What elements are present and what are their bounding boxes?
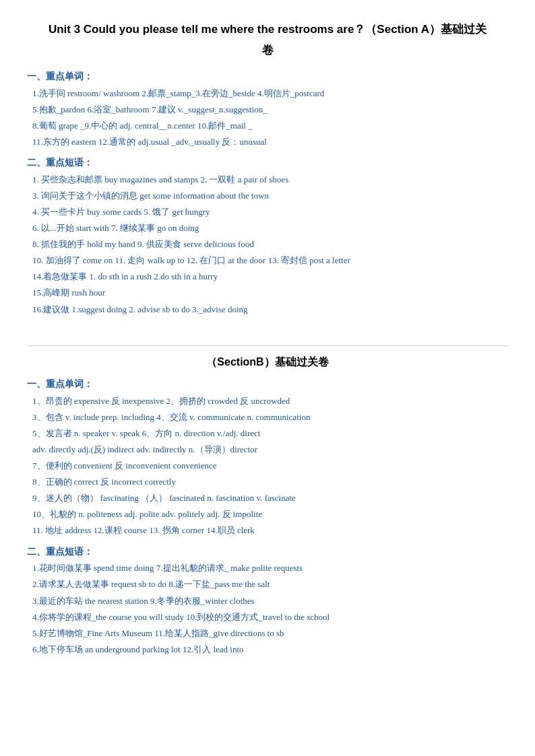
phrase-line-4: 6. 以...开始 start with 7. 继续某事 go on doing bbox=[32, 221, 508, 236]
vocab-line-3: 8.葡萄 grape _9.中心的 adj. central__n.center… bbox=[32, 118, 508, 133]
phrase-line-7: 14.着急做某事 1. do sth in a rush 2.do sth in… bbox=[32, 269, 508, 284]
b-phrase-line-1: 1.花时间做某事 spend time doing 7.提出礼貌的请求_ mak… bbox=[32, 561, 508, 576]
b-phrase-line-6: 6.地下停车场 an underground parking lot 12.引入… bbox=[32, 642, 508, 657]
section-b-part1-header: 一、重点单词： bbox=[27, 376, 508, 392]
section-b-part2-content: 1.花时间做某事 spend time doing 7.提出礼貌的请求_ mak… bbox=[27, 561, 508, 657]
b-phrase-line-3: 3.最近的车站 the nearest station 9.冬季的衣服_wint… bbox=[32, 594, 508, 609]
phrase-line-1: 1. 买些杂志和邮票 buy magazines and stamps 2. 一… bbox=[32, 172, 508, 187]
b-vocab-line-5: 7、便利的 convenient 反 inconvenient convenie… bbox=[32, 458, 508, 473]
phrase-line-5: 8. 抓住我的手 hold my hand 9. 供应美食 serve deli… bbox=[32, 237, 508, 252]
title-line2: 卷 bbox=[27, 41, 508, 61]
b-vocab-line-4: adv. directly adj.(反) indirect adv. indi… bbox=[32, 442, 508, 457]
divider bbox=[27, 345, 508, 346]
vocab-line-4: 11.东方的 eastern 12.通常的 adj.usual _adv._us… bbox=[32, 135, 508, 149]
b-vocab-line-3: 5、发言者 n. speaker v. speak 6、方向 n. direct… bbox=[32, 426, 508, 441]
phrase-line-8: 15.高峰期 rush hour bbox=[32, 285, 508, 300]
b-vocab-line-9: 11. 地址 address 12.课程 course 13. 拐角 corne… bbox=[32, 523, 508, 538]
b-vocab-line-2: 3、包含 v. include prep. including 4、交流 v. … bbox=[32, 410, 508, 425]
b-phrase-line-5: 5.好艺博物馆_Fine Arts Museum 11.给某人指路_give d… bbox=[32, 626, 508, 641]
section-a-part1-content: 1.洗手间 restroom/ washroom 2.邮票_stamp_3.在旁… bbox=[27, 86, 508, 149]
section-b-title: （SectionB）基础过关卷 bbox=[27, 353, 508, 371]
b-vocab-line-6: 8、正确的 correct 反 incorrect correctly bbox=[32, 475, 508, 489]
vocab-line-1: 1.洗手间 restroom/ washroom 2.邮票_stamp_3.在旁… bbox=[32, 86, 508, 101]
b-vocab-line-1: 1、昂贵的 expensive 反 inexpensive 2、拥挤的 crow… bbox=[32, 394, 508, 409]
phrase-line-3: 4. 买一些卡片 buy some cards 5. 饿了 get hungry bbox=[32, 205, 508, 219]
phrase-line-9: 16.建议做 1.suggest doing 2. advise sb to d… bbox=[32, 302, 508, 317]
phrase-line-2: 3. 询问关于这个小镇的消息 get some information abou… bbox=[32, 188, 508, 203]
title-line1: Unit 3 Could you please tell me where th… bbox=[27, 20, 508, 40]
section-a-part2-content: 1. 买些杂志和邮票 buy magazines and stamps 2. 一… bbox=[27, 172, 508, 317]
vocab-line-2: 5.抱歉_pardon 6.浴室_bathroom 7.建议 v._sugges… bbox=[32, 102, 508, 117]
b-phrase-line-4: 4.你将学的课程_the course you will study 10.到校… bbox=[32, 610, 508, 625]
section-b-part2-header: 二、重点短语： bbox=[27, 544, 508, 560]
section-a-part2-header: 二、重点短语： bbox=[27, 155, 508, 171]
b-vocab-line-7: 9、迷人的（物） fascinating （人） fascinated n. f… bbox=[32, 491, 508, 506]
section-a-part1-header: 一、重点单词： bbox=[27, 69, 508, 85]
b-phrase-line-2: 2.请求某人去做某事 request sb to do 8.递一下盐_pass … bbox=[32, 577, 508, 592]
b-vocab-line-8: 10、礼貌的 n. politeness adj. polite adv. po… bbox=[32, 507, 508, 522]
phrase-line-6: 10. 加油得了 come on 11. 走向 walk up to 12. 在… bbox=[32, 253, 508, 268]
section-b-part1-content: 1、昂贵的 expensive 反 inexpensive 2、拥挤的 crow… bbox=[27, 394, 508, 539]
